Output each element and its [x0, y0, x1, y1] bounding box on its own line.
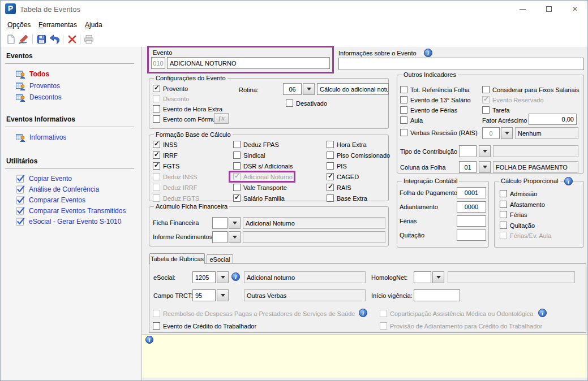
- checkbox-label: Quitação: [510, 222, 535, 229]
- folha-pagamento-field[interactable]: 0001: [457, 187, 486, 198]
- campo-trct-value-field[interactable]: 95: [192, 289, 216, 301]
- checkbox-label: Férias/Ev. Aula: [510, 232, 551, 239]
- undo-button[interactable]: [48, 34, 61, 46]
- checkbox-verbas-rescisao-rais[interactable]: Verbas Rescisão (RAIS): [400, 128, 478, 137]
- sidebar-item-comparar-eventos[interactable]: Comparar Eventos: [16, 195, 85, 205]
- checkbox-label: Piso Comissionado: [337, 152, 390, 159]
- tipo-contribuicao-value-field[interactable]: [459, 145, 477, 157]
- esocial-dropdown-button[interactable]: [217, 271, 229, 283]
- evento-code-field[interactable]: 010: [151, 57, 165, 69]
- checkbox-dsr-adicionais[interactable]: DSR s/ Adicionais: [233, 162, 293, 170]
- maximize-button[interactable]: [536, 1, 562, 18]
- reembolso-info-icon[interactable]: [359, 309, 367, 317]
- homolognet-dropdown-button[interactable]: [432, 271, 444, 283]
- checkbox-inss[interactable]: INSS: [153, 140, 178, 149]
- homolognet-value-field[interactable]: [414, 271, 431, 283]
- formula-fx-button[interactable]: ƒx: [214, 113, 229, 124]
- checkbox-icon: [153, 322, 160, 330]
- campo-trct-label: Campo TRCT:: [153, 292, 192, 299]
- checkbox-evento-de-ferias[interactable]: Evento de Férias: [400, 106, 457, 114]
- checkbox-admissao[interactable]: Admissão: [500, 189, 537, 198]
- checkbox-sindical[interactable]: Sindical: [233, 151, 265, 159]
- checkbox-label: Evento de 13° Salário: [410, 97, 471, 103]
- sidebar-item-esocial-gerar-evento[interactable]: eSocial - Gerar Evento S-1010: [16, 217, 121, 226]
- checkbox-deduz-fpas[interactable]: Deduz FPAS: [233, 140, 279, 149]
- calculo-proporcional-info-icon[interactable]: [564, 177, 573, 185]
- checkbox-pis[interactable]: PIS: [327, 162, 347, 170]
- checkbox-tarefa[interactable]: Tarefa: [482, 106, 510, 114]
- coparticipacao-info-icon[interactable]: [538, 309, 547, 317]
- ficha-financeira-value-field[interactable]: [212, 217, 228, 229]
- checkbox-caged[interactable]: CAGED: [327, 172, 359, 181]
- tipo-contribuicao-dropdown-button[interactable]: [479, 145, 491, 157]
- checkbox-quitacao-proporcional[interactable]: Quitação: [500, 221, 535, 230]
- checkbox-base-extra[interactable]: Base Extra: [327, 194, 367, 202]
- checkbox-icon: [327, 184, 334, 191]
- sidebar-item-descontos[interactable]: Descontos: [16, 92, 62, 102]
- close-button[interactable]: [562, 1, 588, 18]
- checkbox-icon: [327, 194, 334, 202]
- rotina-value-field[interactable]: 06: [283, 83, 302, 95]
- sidebar-separator: [5, 63, 134, 64]
- sidebar-item-todos[interactable]: Todos: [16, 69, 49, 79]
- sidebar-item-copiar-evento[interactable]: Copiar Evento: [16, 174, 72, 183]
- esocial-info-icon[interactable]: [231, 272, 240, 281]
- fator-acrescimo-field[interactable]: 0,00: [529, 114, 577, 125]
- informacoes-info-icon[interactable]: [424, 49, 432, 57]
- edit-button[interactable]: [18, 34, 30, 46]
- tipo-verba-dropdown-button[interactable]: [501, 127, 513, 139]
- checkbox-rais[interactable]: RAIS: [327, 183, 351, 192]
- sidebar-item-informativos[interactable]: Informativos: [16, 132, 66, 142]
- checkbox-deduz-irrf: Deduz IRRF: [153, 183, 198, 192]
- coluna-da-folha-dropdown-button[interactable]: [479, 161, 491, 173]
- checkbox-ferias-proporcional[interactable]: Férias: [500, 210, 527, 219]
- checkbox-label: Coparticipação Assistência Médica ou Odo…: [390, 310, 533, 317]
- informe-rendimentos-value-field[interactable]: [212, 231, 228, 243]
- checkbox-provento[interactable]: Provento: [153, 84, 188, 93]
- adiantamento-field[interactable]: 0000: [457, 201, 486, 213]
- checkbox-evento-hora-extra[interactable]: Evento de Hora Extra: [153, 105, 222, 113]
- ferias-field[interactable]: [457, 215, 486, 227]
- quitacao-label: Quitação: [400, 232, 424, 239]
- checkbox-evento-com-formula[interactable]: Evento com Fórmula: [153, 115, 220, 123]
- checkbox-afastamento[interactable]: Afastamento: [500, 200, 545, 209]
- rotina-dropdown-button[interactable]: [303, 83, 315, 95]
- checkbox-vale-transporte[interactable]: Vale Transporte: [233, 183, 287, 192]
- save-button[interactable]: [35, 34, 48, 46]
- tab-tabela-de-rubricas[interactable]: Tabela de Rubricas: [149, 253, 205, 264]
- ficha-financeira-dropdown-button[interactable]: [229, 217, 241, 229]
- checkbox-piso-comissionado[interactable]: Piso Comissionado: [327, 151, 390, 159]
- menu-ajuda[interactable]: Ajuda: [85, 21, 102, 29]
- checkbox-fgts[interactable]: FGTS: [153, 162, 179, 170]
- esocial-value-field[interactable]: 1205: [192, 271, 216, 283]
- checkbox-irrf[interactable]: IRRF: [153, 151, 178, 159]
- evento-name-field[interactable]: ADICIONAL NOTURNO: [167, 57, 330, 69]
- tipo-verba-value-field[interactable]: 0: [482, 127, 500, 139]
- menu-opcoes[interactable]: Opções: [7, 21, 31, 29]
- informe-rendimentos-dropdown-button[interactable]: [229, 231, 241, 243]
- minimize-button[interactable]: [509, 1, 535, 18]
- checkbox-aula[interactable]: Aula: [400, 116, 423, 124]
- sidebar-item-analise-de-conferencia[interactable]: Análise de Conferência: [16, 184, 99, 194]
- checkbox-evento-13-salario[interactable]: Evento de 13° Salário: [400, 96, 471, 104]
- checkbox-hora-extra[interactable]: Hora Extra: [327, 140, 367, 149]
- inicio-vigencia-field[interactable]: [414, 289, 460, 301]
- sidebar-item-comparar-eventos-transmitidos[interactable]: Comparar Eventos Transmitidos: [16, 206, 126, 215]
- coluna-da-folha-value-field[interactable]: 01: [459, 161, 477, 173]
- checkbox-tot-referencia-folha[interactable]: Tot. Referência Folha: [400, 85, 470, 94]
- checkbox-evento-credito-trabalhador[interactable]: Evento de Crédito do Trabalhador: [153, 322, 256, 330]
- tab-esocial[interactable]: eSocial: [207, 254, 233, 264]
- new-button[interactable]: [5, 34, 17, 46]
- checkbox-considerar-fixos-salariais[interactable]: Considerar para Fixos Salariais: [482, 85, 579, 94]
- checkbox-icon: [233, 173, 241, 180]
- campo-trct-dropdown-button[interactable]: [217, 289, 229, 301]
- menu-ferramentas[interactable]: Ferramentas: [38, 21, 77, 29]
- checkbox-icon: [400, 129, 407, 136]
- sidebar-item-proventos[interactable]: Proventos: [16, 81, 60, 90]
- informacoes-field[interactable]: [338, 58, 584, 70]
- quitacao-field[interactable]: [457, 230, 486, 241]
- checkbox-salario-familia[interactable]: Salário Familia: [233, 194, 285, 202]
- delete-button[interactable]: [66, 34, 78, 46]
- checkbox-desativado[interactable]: Desativado: [286, 99, 327, 107]
- print-button[interactable]: [83, 34, 95, 46]
